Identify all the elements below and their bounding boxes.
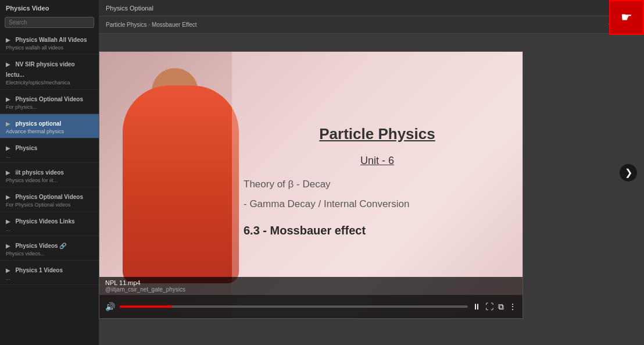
sidebar-item-sub: ... — [6, 153, 93, 159]
sidebar-item-physics-videos-links[interactable]: ▶ Physics Videos Links ... — [0, 212, 99, 236]
sidebar-item-label: Physics Optional Videos — [15, 194, 83, 200]
sidebar-item-iit-physics[interactable]: ▶ iit physics videos Physics videos for … — [0, 163, 99, 187]
presenter-body — [123, 86, 239, 283]
sidebar-item-physics-1-videos[interactable]: ▶ Physics 1 Videos ... — [0, 261, 99, 285]
more-button[interactable]: ⋮ — [509, 302, 517, 311]
sidebar-item-physics-videos[interactable]: ▶ Physics Videos 🔗 Physics videos... — [0, 236, 99, 261]
sidebar-item-label: NV SIR physics video lectu... — [6, 61, 75, 78]
sidebar-item-label: iit physics videos — [15, 169, 63, 176]
sidebar-item-sub: ... — [6, 226, 93, 232]
content-header-text: Particle Physics · Mossbauer Effect — [106, 22, 197, 28]
sidebar-search-container — [0, 14, 99, 30]
sidebar-item-sub: Physics wallah all videos — [6, 45, 93, 51]
sidebar-item-physics[interactable]: ▶ Physics ... — [0, 138, 99, 163]
top-bar-title: Physics Optional — [106, 5, 153, 12]
volume-button[interactable]: 🔊 — [105, 302, 115, 311]
play-icon: ▶ — [6, 96, 10, 102]
content-header: Particle Physics · Mossbauer Effect ★★★★… — [99, 16, 644, 34]
sidebar-items-list: ▶ Physics Wallah All Videos Physics wall… — [0, 30, 99, 285]
fullscreen-button[interactable]: ⛶ — [485, 302, 493, 311]
pip-button[interactable]: ⧉ — [498, 302, 504, 312]
sidebar-item-nv-sir[interactable]: ▶ NV SIR physics video lectu... Electric… — [0, 55, 99, 90]
play-icon: ▶ — [6, 243, 10, 249]
video-info-bar: NPL 11.mp4 @iitjam_csir_net_gate_physics — [99, 277, 523, 295]
sidebar-item-physics-optional-3[interactable]: ▶ Physics Optional Videos For Physics Op… — [0, 187, 99, 212]
sidebar-item-physics-optional-1[interactable]: ▶ Physics Optional Videos For physics... — [0, 90, 99, 114]
cursor-tool-button[interactable]: ☛ — [609, 0, 644, 35]
progress-bar[interactable] — [120, 305, 468, 308]
play-icon: ▶ — [6, 120, 10, 127]
sidebar-item-label: Physics Optional Videos — [15, 96, 83, 102]
top-bar: Physics Optional — [99, 0, 644, 16]
video-frame: Particle Physics Unit - 6 Theory of β - … — [99, 52, 523, 318]
video-channel: @iitjam_csir_net_gate_physics — [105, 286, 517, 293]
cursor-icon: ☛ — [621, 10, 632, 25]
sidebar-item-label: Physics — [15, 145, 37, 151]
sidebar: Physics Video ▶ Physics Wallah All Video… — [0, 0, 99, 345]
play-icon: ▶ — [6, 194, 10, 200]
sidebar-item-physics-wallah[interactable]: ▶ Physics Wallah All Videos Physics wall… — [0, 30, 99, 55]
video-item-3: 6.3 - Mossbauer effect — [244, 224, 511, 237]
play-icon: ▶ — [6, 145, 10, 151]
chevron-right-icon: ❯ — [625, 167, 632, 178]
play-icon: ▶ — [6, 169, 10, 176]
sidebar-item-sub: Physics videos for iit... — [6, 177, 93, 183]
sidebar-item-sub: Physics videos... — [6, 251, 93, 257]
sidebar-item-label: Physics Wallah All Videos — [15, 37, 87, 43]
sidebar-item-physics-optional-2[interactable]: ▶ physics optional Advance thermal physi… — [0, 114, 99, 138]
sidebar-item-label: Physics Videos 🔗 — [15, 243, 66, 249]
play-icon: ▶ — [6, 267, 10, 273]
video-item-1: Theory of β - Decay — [244, 179, 511, 190]
video-item-2: - Gamma Decay / Internal Conversion — [244, 198, 511, 210]
sidebar-search-input[interactable] — [5, 17, 94, 28]
sidebar-item-label: Physics Videos Links — [15, 218, 74, 225]
play-icon: ▶ — [6, 37, 10, 43]
sidebar-item-label: Physics 1 Videos — [15, 267, 63, 273]
sidebar-item-sub: Advance thermal physics — [6, 129, 93, 134]
sidebar-title: Physics Video — [0, 0, 99, 14]
sidebar-item-sub: ... — [6, 275, 93, 281]
play-icon: ▶ — [6, 218, 10, 225]
sidebar-item-label: physics optional — [15, 120, 61, 127]
video-controls: 🔊 ⏸ ⛶ ⧉ ⋮ — [99, 295, 523, 318]
next-button[interactable]: ❯ — [620, 164, 637, 182]
sidebar-item-sub: For physics... — [6, 104, 93, 110]
video-filename: NPL 11.mp4 — [105, 279, 517, 286]
sidebar-item-sub: For Physics Optional videos — [6, 202, 93, 208]
video-unit: Unit - 6 — [360, 155, 394, 167]
video-main-title: Particle Physics — [319, 125, 435, 143]
play-icon: ▶ — [6, 61, 10, 67]
progress-fill — [120, 305, 172, 308]
video-container[interactable]: Particle Physics Unit - 6 Theory of β - … — [99, 51, 523, 319]
play-pause-button[interactable]: ⏸ — [473, 302, 481, 311]
sidebar-item-sub: Electricity/optics/mechanica — [6, 80, 93, 86]
